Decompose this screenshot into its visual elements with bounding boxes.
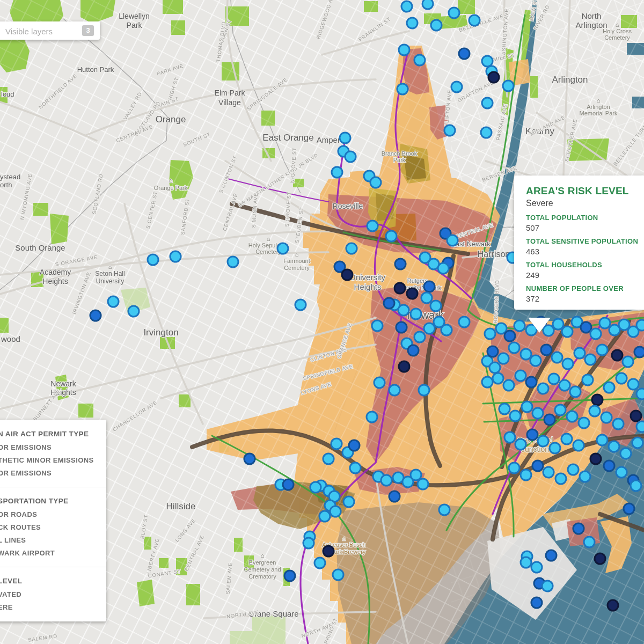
map-marker-l[interactable] bbox=[574, 348, 585, 358]
map-marker-l[interactable] bbox=[532, 408, 543, 419]
map-marker-l[interactable] bbox=[386, 231, 397, 241]
map-marker-l[interactable] bbox=[485, 328, 495, 339]
map-marker-l[interactable] bbox=[553, 319, 564, 330]
map-marker-l[interactable] bbox=[421, 292, 432, 303]
map-marker-l[interactable] bbox=[332, 167, 342, 178]
map-marker-l[interactable] bbox=[589, 406, 600, 416]
map-marker-m[interactable] bbox=[526, 377, 537, 387]
map-marker-l[interactable] bbox=[414, 55, 425, 65]
map-marker-l[interactable] bbox=[504, 432, 515, 443]
map-marker-l[interactable] bbox=[411, 309, 421, 319]
map-marker-l[interactable] bbox=[374, 377, 385, 388]
legend-item[interactable]: VATED bbox=[0, 588, 100, 601]
map-marker-d[interactable] bbox=[608, 600, 618, 611]
map-marker-m[interactable] bbox=[90, 310, 101, 321]
map-marker-l[interactable] bbox=[398, 305, 409, 316]
map-marker-l[interactable] bbox=[509, 342, 519, 353]
map-marker-l[interactable] bbox=[499, 404, 510, 414]
legend-item[interactable]: OR EMISSIONS bbox=[0, 441, 100, 454]
map-marker-l[interactable] bbox=[441, 325, 452, 335]
map-marker-m[interactable] bbox=[396, 322, 407, 333]
map-marker-l[interactable] bbox=[411, 470, 421, 480]
map-marker-l[interactable] bbox=[568, 464, 579, 475]
map-marker-l[interactable] bbox=[424, 323, 435, 334]
map-marker-l[interactable] bbox=[401, 1, 412, 12]
map-marker-d[interactable] bbox=[488, 72, 499, 83]
map-marker-m[interactable] bbox=[384, 298, 394, 309]
legend-item[interactable]: CK ROUTES bbox=[0, 521, 100, 534]
map-marker-l[interactable] bbox=[616, 467, 627, 478]
map-marker-l[interactable] bbox=[522, 401, 532, 412]
map-marker-m[interactable] bbox=[408, 345, 419, 356]
map-marker-l[interactable] bbox=[372, 320, 383, 331]
map-marker-l[interactable] bbox=[447, 235, 458, 246]
map-marker-l[interactable] bbox=[430, 301, 441, 311]
search-input[interactable] bbox=[4, 21, 71, 41]
map-marker-l[interactable] bbox=[582, 375, 593, 385]
map-marker-l[interactable] bbox=[548, 374, 559, 384]
map-marker-l[interactable] bbox=[552, 352, 562, 363]
map-marker-l[interactable] bbox=[108, 296, 119, 307]
map-marker-m[interactable] bbox=[459, 48, 470, 59]
map-marker-m[interactable] bbox=[546, 550, 557, 561]
map-marker-l[interactable] bbox=[530, 355, 541, 366]
map-marker-m[interactable] bbox=[284, 570, 295, 581]
map-marker-m[interactable] bbox=[487, 346, 498, 357]
map-marker-l[interactable] bbox=[438, 263, 449, 274]
map-marker-l[interactable] bbox=[562, 358, 573, 369]
map-marker-l[interactable] bbox=[636, 421, 644, 432]
map-marker-l[interactable] bbox=[503, 80, 514, 91]
map-marker-l[interactable] bbox=[370, 177, 381, 188]
map-marker-m[interactable] bbox=[504, 331, 515, 341]
map-marker-l[interactable] bbox=[619, 319, 630, 330]
map-marker-d[interactable] bbox=[590, 453, 601, 464]
map-marker-m[interactable] bbox=[283, 479, 294, 490]
map-marker-l[interactable] bbox=[559, 380, 570, 391]
map-marker-l[interactable] bbox=[631, 480, 641, 491]
map-marker-l[interactable] bbox=[503, 380, 514, 391]
map-marker-l[interactable] bbox=[399, 45, 409, 55]
map-marker-l[interactable] bbox=[555, 405, 566, 415]
map-marker-d[interactable] bbox=[399, 361, 409, 372]
map-marker-m[interactable] bbox=[527, 429, 538, 440]
map-marker-l[interactable] bbox=[616, 373, 627, 384]
map-marker-l[interactable] bbox=[343, 496, 354, 507]
map-marker-l[interactable] bbox=[561, 434, 572, 444]
map-marker-l[interactable] bbox=[514, 320, 525, 331]
map-marker-l[interactable] bbox=[623, 356, 633, 367]
map-marker-l[interactable] bbox=[277, 243, 288, 254]
map-marker-d[interactable] bbox=[394, 283, 405, 294]
legend-item[interactable]: WARK AIRPORT bbox=[0, 547, 100, 560]
map-marker-l[interactable] bbox=[367, 221, 378, 231]
map-marker-l[interactable] bbox=[419, 385, 429, 396]
map-marker-d[interactable] bbox=[342, 269, 353, 280]
map-marker-l[interactable] bbox=[599, 318, 610, 328]
map-marker-m[interactable] bbox=[604, 460, 614, 471]
map-marker-l[interactable] bbox=[510, 411, 521, 421]
map-marker-l[interactable] bbox=[319, 511, 330, 522]
map-marker-l[interactable] bbox=[601, 412, 612, 423]
legend-item[interactable]: OR ROADS bbox=[0, 508, 100, 521]
map-marker-l[interactable] bbox=[295, 299, 306, 310]
map-marker-l[interactable] bbox=[389, 385, 400, 396]
map-marker-l[interactable] bbox=[439, 504, 450, 515]
map-marker-l[interactable] bbox=[333, 569, 343, 580]
map-marker-l[interactable] bbox=[538, 383, 548, 394]
map-marker-d[interactable] bbox=[631, 411, 641, 421]
map-marker-l[interactable] bbox=[346, 243, 357, 254]
map-marker-l[interactable] bbox=[314, 558, 325, 568]
map-marker-l[interactable] bbox=[579, 418, 589, 428]
map-marker-l[interactable] bbox=[573, 440, 584, 451]
map-marker-d[interactable] bbox=[323, 546, 334, 557]
map-marker-m[interactable] bbox=[389, 491, 400, 502]
map-marker-l[interactable] bbox=[555, 473, 566, 484]
map-marker-l[interactable] bbox=[350, 463, 361, 473]
map-marker-l[interactable] bbox=[498, 353, 509, 364]
map-marker-l[interactable] bbox=[128, 306, 139, 317]
map-marker-l[interactable] bbox=[493, 373, 503, 384]
legend-item[interactable]: ERE bbox=[0, 601, 100, 614]
map-marker-l[interactable] bbox=[482, 98, 493, 108]
map-marker-l[interactable] bbox=[148, 254, 158, 265]
map-marker-l[interactable] bbox=[515, 370, 526, 381]
map-marker-l[interactable] bbox=[303, 538, 314, 548]
